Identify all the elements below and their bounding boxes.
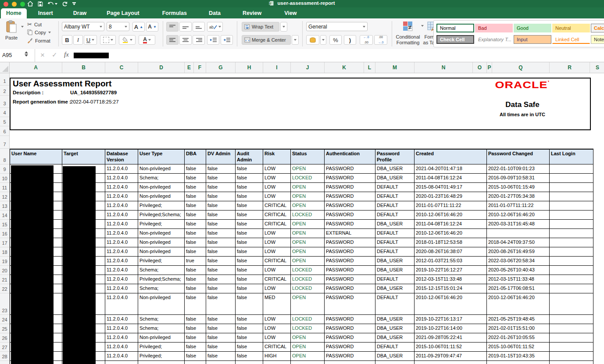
row-header-7[interactable]: 7 <box>0 136 9 149</box>
table-cell[interactable]: HIGH <box>263 352 291 361</box>
cancel-icon[interactable]: × <box>40 51 45 60</box>
table-cell[interactable]: false <box>236 266 263 275</box>
table-cell[interactable] <box>550 275 593 284</box>
table-cell[interactable] <box>415 361 487 364</box>
table-cell[interactable]: Privileged;Schema; <box>138 275 185 284</box>
column-header-D[interactable]: D <box>138 62 185 73</box>
table-cell[interactable] <box>550 361 593 364</box>
table-cell[interactable]: 11.2.0.4.0 <box>105 164 138 174</box>
accounting-format-button[interactable] <box>306 35 319 45</box>
column-header-I[interactable]: I <box>263 62 291 73</box>
table-cell[interactable]: Non-privileged <box>138 333 185 343</box>
table-cell[interactable]: LOW <box>263 174 291 183</box>
table-cell[interactable]: false <box>185 333 206 343</box>
table-cell[interactable]: false <box>206 211 236 220</box>
table-cell[interactable]: LOCKED <box>291 315 325 324</box>
table-cell[interactable]: DEFAULT <box>375 238 415 247</box>
table-cell[interactable]: false <box>236 284 263 293</box>
table-cell[interactable]: PASSWORD <box>325 324 375 333</box>
font-size-combo[interactable]: 8 <box>107 22 129 31</box>
spreadsheet-grid[interactable]: ABCDEFGHIJKLMNOPQRS 12345678910111213141… <box>0 62 604 364</box>
table-cell[interactable]: false <box>236 293 263 315</box>
cell-style-check[interactable]: Check Cell <box>436 35 474 44</box>
table-cell[interactable]: 11.2.0.4.0 <box>105 238 138 247</box>
table-cell[interactable]: 2010-12-06T16:46:20 <box>415 293 487 315</box>
table-cell[interactable]: Non-privileged <box>138 247 185 257</box>
column-header-N[interactable]: N <box>415 62 473 73</box>
table-cell[interactable]: false <box>236 333 263 343</box>
table-cell[interactable]: MED <box>263 293 291 315</box>
table-header-created[interactable]: Created <box>415 149 487 164</box>
table-cell[interactable]: false <box>206 315 236 324</box>
row-header-21[interactable]: 21 <box>0 275 9 284</box>
table-cell[interactable]: false <box>236 343 263 352</box>
table-header-target[interactable]: Target <box>62 149 105 164</box>
table-cell[interactable]: LOW <box>263 238 291 247</box>
table-cell[interactable]: OPEN <box>291 192 325 201</box>
table-cell[interactable]: 2010-12-06T16:46:20 <box>415 211 487 220</box>
table-cell[interactable] <box>550 257 593 266</box>
table-cell[interactable]: 2015-10-06T01:11:52 <box>415 343 487 352</box>
accounting-caret[interactable] <box>320 35 326 45</box>
table-cell[interactable]: 11.2.0.4.0 <box>105 229 138 238</box>
table-cell[interactable]: 11.2.0.4.0 <box>105 284 138 293</box>
table-cell[interactable]: CRITICAL <box>263 211 291 220</box>
table-header-status[interactable]: Status <box>291 149 325 164</box>
table-cell[interactable]: DBA_USER <box>375 324 415 333</box>
table-cell[interactable]: Non-privileged <box>138 192 185 201</box>
align-top-button[interactable] <box>166 22 179 32</box>
table-cell[interactable]: OPEN <box>291 238 325 247</box>
cell-style-explanatory[interactable]: Explanatory T... <box>475 35 513 44</box>
table-cell[interactable]: CRITICAL <box>263 220 291 229</box>
tab-view[interactable]: View <box>279 8 302 19</box>
table-cell[interactable]: false <box>206 174 236 183</box>
increase-indent-button[interactable] <box>221 35 233 45</box>
font-name-combo[interactable]: Albany WT <box>62 22 104 31</box>
table-cell[interactable] <box>550 183 593 192</box>
table-cell[interactable] <box>138 361 185 364</box>
column-header-S[interactable]: S <box>590 62 604 73</box>
table-cell[interactable]: DBA_USER <box>375 333 415 343</box>
table-cell[interactable]: OPEN <box>291 247 325 257</box>
table-header-dba[interactable]: DBA <box>185 149 206 164</box>
increase-font-button[interactable]: A▲ <box>132 22 145 32</box>
table-cell[interactable]: DBA_USER <box>375 257 415 266</box>
table-cell[interactable]: DEFAULT <box>375 229 415 238</box>
table-cell[interactable]: PASSWORD <box>325 293 375 315</box>
borders-button[interactable] <box>100 35 116 45</box>
table-cell[interactable]: 2018-04-24T09:37:50 <box>487 238 550 247</box>
column-header-F[interactable]: F <box>194 62 206 73</box>
wrap-text-button[interactable]: Wrap Text <box>242 22 279 32</box>
table-header-password-changed[interactable]: Password Changed <box>487 149 550 164</box>
table-cell[interactable]: OPEN <box>291 183 325 192</box>
table-cell[interactable]: 2020-01-23T16:48:29 <box>415 192 487 201</box>
table-cell[interactable]: DBA_USER <box>375 315 415 324</box>
tab-page-layout[interactable]: Page Layout <box>101 8 144 19</box>
decrease-font-button[interactable]: A▼ <box>146 22 158 32</box>
bold-button[interactable]: B <box>62 35 72 45</box>
table-cell[interactable]: false <box>206 266 236 275</box>
table-cell[interactable]: false <box>185 229 206 238</box>
tab-review[interactable]: Review <box>237 8 267 19</box>
row-header-13[interactable]: 13 <box>0 201 9 211</box>
row-header-6[interactable]: 6 <box>0 126 9 136</box>
table-cell[interactable] <box>550 201 593 211</box>
table-cell[interactable]: 11.2.0.4.0 <box>105 352 138 361</box>
table-cell[interactable]: false <box>236 220 263 229</box>
table-cell[interactable]: 11.2.0.4.0 <box>105 201 138 211</box>
table-header-password-profile[interactable]: Password Profile <box>375 149 415 164</box>
table-cell[interactable]: false <box>236 164 263 174</box>
table-cell[interactable]: OPEN <box>291 257 325 266</box>
table-cell[interactable]: 2015-10-06T01:15:49 <box>487 183 550 192</box>
row-header-25[interactable]: 25 <box>0 324 9 333</box>
table-cell[interactable]: 2011-01-07T11:11:22 <box>487 201 550 211</box>
table-cell[interactable] <box>550 315 593 324</box>
table-cell[interactable]: Schema; <box>138 266 185 275</box>
table-cell[interactable] <box>487 229 550 238</box>
comma-style-button[interactable]: ) <box>344 35 356 45</box>
table-cell[interactable]: 11.2.0.4.0 <box>105 192 138 201</box>
table-cell[interactable]: 2018-01-18T12:53:58 <box>415 238 487 247</box>
table-cell[interactable]: PASSWORD <box>325 315 375 324</box>
table-cell[interactable]: 2022-01-10T09:01:23 <box>487 164 550 174</box>
enter-icon[interactable]: ✓ <box>52 51 57 59</box>
